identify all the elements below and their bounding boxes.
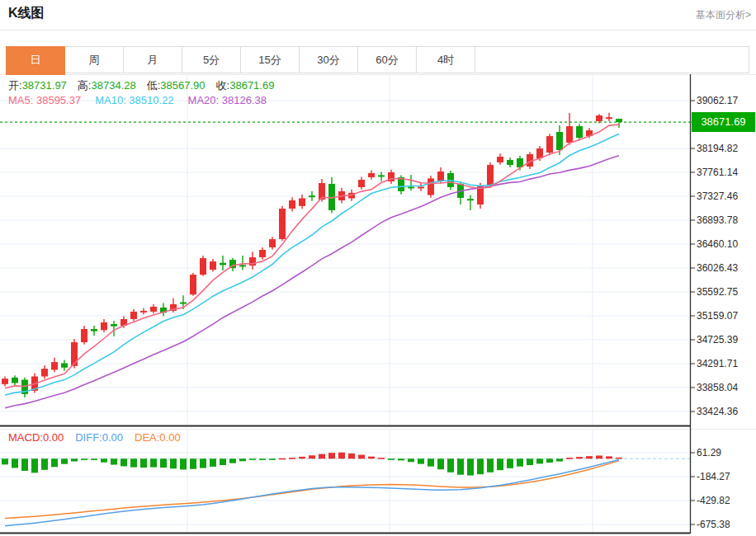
- y-axis-tick-label: -184.27: [697, 471, 730, 482]
- current-price-badge: 38671.69: [692, 112, 755, 132]
- macd-legend-row: MACD:0.00DIFF:0.00DEA:0.00: [8, 431, 192, 444]
- open-value: 38731.97: [22, 79, 67, 92]
- y-axis-tick-label: 36893.78: [697, 214, 738, 226]
- high-label: 高:: [78, 79, 92, 92]
- y-axis-tick-label: 34291.71: [697, 358, 738, 369]
- tab-4hour[interactable]: 4时: [417, 47, 475, 73]
- low-label: 低:: [147, 79, 161, 92]
- y-axis-tick-label: 36026.43: [697, 262, 738, 274]
- tab-week[interactable]: 周: [65, 47, 124, 73]
- tab-30min[interactable]: 30分: [300, 47, 358, 73]
- ma10-label: MA10: 38510.22: [95, 94, 173, 106]
- y-axis-tick-label: -675.38: [697, 519, 730, 530]
- macd-value-label: MACD:0.00: [8, 431, 64, 444]
- y-axis-tick-label: 38194.82: [697, 143, 738, 154]
- tab-60min[interactable]: 60分: [358, 47, 417, 73]
- dea-value-label: DEA:0.00: [135, 431, 181, 444]
- tab-month[interactable]: 月: [124, 47, 182, 73]
- interval-tabstrip: 日 周 月 5分 15分 30分 60分 4时: [6, 46, 749, 73]
- ma5-label: MA5: 38595.37: [8, 94, 81, 106]
- tab-5min[interactable]: 5分: [182, 47, 241, 73]
- ma20-label: MA20: 38126.38: [188, 94, 267, 106]
- y-axis-tick-label: 39062.17: [697, 95, 738, 106]
- y-axis-tick-label: 33858.04: [697, 382, 738, 393]
- y-axis-tick-label: 37327.46: [697, 190, 738, 202]
- y-axis-tick-label: 35159.07: [697, 310, 738, 322]
- ohlc-row: 开:38731.97高:38734.28低:38567.90收:38671.69: [8, 78, 285, 93]
- tab-15min[interactable]: 15分: [241, 47, 300, 73]
- y-axis-tick-label: 36460.10: [697, 238, 738, 250]
- close-value: 38671.69: [229, 79, 274, 92]
- page-title: K线图: [8, 5, 45, 22]
- low-value: 38567.90: [160, 79, 205, 92]
- y-axis-tick-label: -429.82: [697, 495, 730, 506]
- y-axis-tick-label: 61.29: [697, 447, 721, 458]
- diff-value-label: DIFF:0.00: [75, 431, 123, 444]
- high-value: 38734.28: [91, 79, 135, 92]
- tab-day[interactable]: 日: [6, 46, 65, 75]
- ma-legend-row: MA5: 38595.37MA10: 38510.22MA20: 38126.3…: [8, 94, 281, 106]
- close-label: 收:: [216, 79, 230, 92]
- y-axis-tick-label: 33424.36: [697, 406, 738, 417]
- title-divider: [0, 30, 756, 31]
- y-axis-tick-label: 37761.14: [697, 167, 738, 178]
- y-axis-tick-label: 34725.39: [697, 334, 738, 346]
- fundamental-analysis-link[interactable]: 基本面分析>: [696, 8, 751, 22]
- open-label: 开:: [8, 79, 22, 92]
- y-axis-tick-label: 35592.75: [697, 286, 738, 298]
